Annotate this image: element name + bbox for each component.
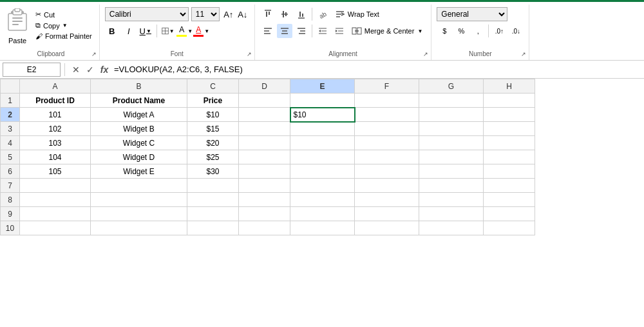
orientation-button[interactable]: ab <box>315 7 330 21</box>
row-header-4[interactable]: 4 <box>1 136 20 150</box>
row-header-8[interactable]: 8 <box>1 193 20 207</box>
decrease-decimal-button[interactable]: .0↓ <box>508 24 524 38</box>
cell-A6[interactable]: 105 <box>20 164 91 179</box>
cell-F5[interactable] <box>355 150 419 164</box>
cell-H5[interactable] <box>484 150 535 164</box>
font-size-select[interactable]: 11 <box>191 7 220 21</box>
cell-D8[interactable] <box>239 193 290 207</box>
cell-A9[interactable] <box>20 207 91 221</box>
cell-D3[interactable] <box>239 122 290 136</box>
cell-B8[interactable] <box>91 193 187 207</box>
cell-A1[interactable]: Product ID <box>20 94 91 108</box>
format-painter-button[interactable]: 🖌 Format Painter <box>33 32 94 41</box>
col-header-H[interactable]: H <box>484 79 535 94</box>
cell-G6[interactable] <box>419 164 484 179</box>
number-dialog-launcher[interactable]: ↗ <box>521 51 526 57</box>
align-bottom-button[interactable] <box>294 7 309 21</box>
cell-A10[interactable] <box>20 221 91 235</box>
cell-E9[interactable] <box>290 207 355 221</box>
cell-G3[interactable] <box>419 122 484 136</box>
row-header-10[interactable]: 10 <box>1 221 20 235</box>
cell-E7[interactable] <box>290 179 355 193</box>
cell-reference-input[interactable] <box>3 63 61 77</box>
comma-button[interactable]: , <box>470 24 486 38</box>
cut-button[interactable]: ✂ Cut <box>33 10 94 19</box>
cell-C8[interactable] <box>187 193 239 207</box>
merge-center-button[interactable]: Merge & Center ▼ <box>348 24 426 38</box>
cell-C9[interactable] <box>187 207 239 221</box>
cell-E4[interactable] <box>290 136 355 150</box>
bold-button[interactable]: B <box>105 24 119 38</box>
cell-D7[interactable] <box>239 179 290 193</box>
cell-E5[interactable] <box>290 150 355 164</box>
align-top-button[interactable] <box>260 7 276 21</box>
cell-H10[interactable] <box>484 221 535 235</box>
cell-C5[interactable]: $25 <box>187 150 239 164</box>
cell-A3[interactable]: 102 <box>20 122 91 136</box>
cell-D10[interactable] <box>239 221 290 235</box>
cell-A5[interactable]: 104 <box>20 150 91 164</box>
cell-E6[interactable] <box>290 164 355 179</box>
cell-B5[interactable]: Widget D <box>91 150 187 164</box>
cell-C3[interactable]: $15 <box>187 122 239 136</box>
cell-G2[interactable] <box>419 108 484 122</box>
cancel-formula-button[interactable]: ✕ <box>69 63 83 77</box>
cell-D5[interactable] <box>239 150 290 164</box>
cell-G10[interactable] <box>419 221 484 235</box>
decrease-indent-button[interactable] <box>315 24 330 38</box>
cell-A4[interactable]: 103 <box>20 136 91 150</box>
row-header-6[interactable]: 6 <box>1 164 20 179</box>
cell-E8[interactable] <box>290 193 355 207</box>
clipboard-dialog-launcher[interactable]: ↗ <box>91 51 97 57</box>
confirm-formula-button[interactable]: ✓ <box>83 63 97 77</box>
cell-C10[interactable] <box>187 221 239 235</box>
col-header-D[interactable]: D <box>239 79 290 94</box>
cell-C1[interactable]: Price <box>187 94 239 108</box>
cell-C4[interactable]: $20 <box>187 136 239 150</box>
align-right-button[interactable] <box>294 24 309 38</box>
cell-G9[interactable] <box>419 207 484 221</box>
decrease-font-size-button[interactable]: A↓ <box>236 7 249 21</box>
cell-B7[interactable] <box>91 179 187 193</box>
cell-B10[interactable] <box>91 221 187 235</box>
cell-H1[interactable] <box>484 94 535 108</box>
row-header-9[interactable]: 9 <box>1 207 20 221</box>
row-header-3[interactable]: 3 <box>1 122 20 136</box>
insert-function-button[interactable]: fx <box>97 63 111 77</box>
col-header-B[interactable]: B <box>91 79 187 94</box>
row-header-1[interactable]: 1 <box>1 94 20 108</box>
col-header-G[interactable]: G <box>419 79 484 94</box>
cell-H4[interactable] <box>484 136 535 150</box>
cell-D9[interactable] <box>239 207 290 221</box>
cell-H9[interactable] <box>484 207 535 221</box>
cell-H2[interactable] <box>484 108 535 122</box>
cell-B9[interactable] <box>91 207 187 221</box>
align-center-button[interactable] <box>277 24 292 38</box>
row-header-5[interactable]: 5 <box>1 150 20 164</box>
cell-D4[interactable] <box>239 136 290 150</box>
cell-A8[interactable] <box>20 193 91 207</box>
font-dialog-launcher[interactable]: ↗ <box>247 51 252 57</box>
cell-E1[interactable] <box>290 94 355 108</box>
cell-B6[interactable]: Widget E <box>91 164 187 179</box>
cell-A2[interactable]: 101 <box>20 108 91 122</box>
align-left-button[interactable] <box>260 24 276 38</box>
wrap-text-button[interactable]: Wrap Text <box>332 7 383 21</box>
cell-C7[interactable] <box>187 179 239 193</box>
font-color-button[interactable]: A ▼ <box>194 24 209 38</box>
cell-A7[interactable] <box>20 179 91 193</box>
cell-C6[interactable]: $30 <box>187 164 239 179</box>
cell-H3[interactable] <box>484 122 535 136</box>
cell-B2[interactable]: Widget A <box>91 108 187 122</box>
increase-font-size-button[interactable]: A↑ <box>222 7 235 21</box>
italic-button[interactable]: I <box>122 24 136 38</box>
cell-F8[interactable] <box>355 193 419 207</box>
fill-color-button[interactable]: A ▼ <box>178 24 192 38</box>
font-name-select[interactable]: Calibri <box>105 7 189 21</box>
increase-decimal-button[interactable]: .0↑ <box>491 24 507 38</box>
cell-B3[interactable]: Widget B <box>91 122 187 136</box>
cell-G1[interactable] <box>419 94 484 108</box>
cell-B4[interactable]: Widget C <box>91 136 187 150</box>
cell-D1[interactable] <box>239 94 290 108</box>
cell-H8[interactable] <box>484 193 535 207</box>
